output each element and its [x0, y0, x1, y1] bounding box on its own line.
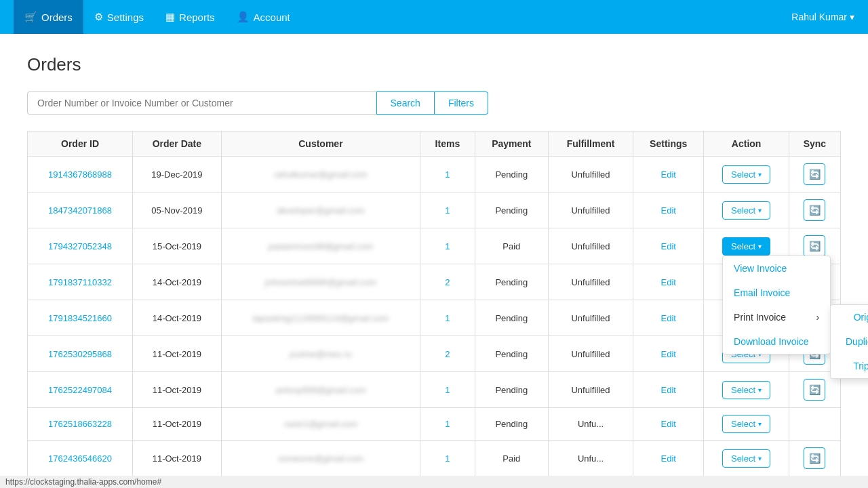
search-button[interactable]: Search	[376, 92, 435, 115]
order-date-cell: 05-Nov-2019	[133, 192, 222, 228]
order-id-link[interactable]: 1762436546620	[48, 453, 112, 464]
items-link[interactable]: 1	[445, 419, 450, 429]
customer-email: johnsinha66666@gmail.com	[265, 277, 376, 287]
nav-orders[interactable]: 🛒 Orders	[14, 0, 83, 34]
order-id-link[interactable]: 1914367868988	[48, 169, 112, 180]
search-input[interactable]	[27, 92, 376, 115]
dropdown-container: Select ▾	[722, 165, 770, 184]
order-date-cell: 11-Oct-2019	[133, 336, 222, 372]
customer-email: nasir1@gmail.com	[284, 419, 357, 429]
table-header-row: Order ID Order Date Customer Items Payme…	[28, 131, 841, 157]
items-cell: 1	[420, 408, 475, 441]
items-cell: 2	[420, 264, 475, 300]
settings-cell: Edit	[633, 300, 704, 336]
select-label: Select	[731, 205, 755, 216]
table-row: 1762436546620 11-Oct-2019 someone@gmail.…	[28, 441, 841, 476]
select-button[interactable]: Select ▾	[722, 415, 770, 433]
select-button[interactable]: Select ▾	[722, 201, 770, 220]
download-invoice-item[interactable]: Download Invoice	[723, 329, 830, 354]
order-date-cell: 11-Oct-2019	[133, 441, 222, 476]
nav-account[interactable]: 👤 Account	[226, 0, 301, 34]
table-row: 1762518663228 11-Oct-2019 nasir1@gmail.c…	[28, 408, 841, 441]
nav-reports[interactable]: ▦ Reports	[155, 0, 226, 34]
order-id-cell: 1762518663228	[28, 408, 133, 441]
select-button[interactable]: Select ▾	[722, 165, 770, 184]
items-cell: 1	[420, 441, 475, 476]
nav-settings[interactable]: ⚙ Settings	[83, 0, 155, 34]
select-label: Select	[731, 453, 755, 464]
fulfillment-cell: Unfulfilled	[549, 372, 633, 408]
order-id-link[interactable]: 1762518663228	[48, 419, 112, 429]
edit-link[interactable]: Edit	[661, 313, 676, 323]
view-invoice-item[interactable]: View Invoice	[723, 256, 830, 281]
order-id-cell: 1791834521660	[28, 300, 133, 336]
customer-cell: nasir1@gmail.com	[221, 408, 420, 441]
order-id-link[interactable]: 1762522497084	[48, 385, 112, 395]
edit-link[interactable]: Edit	[661, 277, 676, 287]
status-bar: https://clockstaging.thalia-apps.com/hom…	[0, 476, 868, 488]
settings-cell: Edit	[633, 408, 704, 441]
items-link[interactable]: 1	[445, 205, 450, 216]
duplicate-transporter[interactable]: Duplicate for Transporter	[831, 329, 868, 354]
table-row: 1791834521660 14-Oct-2019 tapasking11199…	[28, 300, 841, 336]
items-link[interactable]: 1	[445, 313, 450, 323]
edit-link[interactable]: Edit	[661, 205, 676, 216]
col-customer: Customer	[221, 131, 420, 157]
select-button[interactable]: Select ▾	[722, 381, 770, 399]
order-date-cell: 11-Oct-2019	[133, 372, 222, 408]
edit-link[interactable]: Edit	[661, 419, 676, 429]
order-id-link[interactable]: 1762530295868	[48, 349, 112, 359]
items-link[interactable]: 2	[445, 349, 450, 359]
sync-button[interactable]: 🔄	[804, 163, 825, 185]
filters-button[interactable]: Filters	[435, 92, 488, 115]
order-id-link[interactable]: 1791837110332	[48, 277, 112, 287]
items-link[interactable]: 1	[445, 453, 450, 464]
sync-button[interactable]: 🔄	[804, 447, 825, 469]
payment-cell: Paid	[475, 228, 549, 264]
orders-table: Order ID Order Date Customer Items Payme…	[27, 131, 841, 476]
customer-cell: pawanmore98@gmail.com	[221, 228, 420, 264]
items-link[interactable]: 1	[445, 241, 450, 251]
fulfillment-cell: Unfulfilled	[549, 264, 633, 300]
items-link[interactable]: 1	[445, 169, 450, 180]
action-cell: Select ▾	[704, 372, 789, 408]
customer-email: rahulkumar@gmail.com	[274, 169, 367, 180]
select-button[interactable]: Select ▾	[722, 237, 770, 256]
order-date-cell: 19-Dec-2019	[133, 157, 222, 192]
original-recipient[interactable]: Original for Recipient	[831, 305, 868, 329]
dropdown-container: Select ▾	[722, 449, 770, 468]
fulfillment-cell: Unfulfilled	[549, 228, 633, 264]
sync-button[interactable]: 🔄	[804, 199, 825, 221]
order-id-cell: 1914367868988	[28, 157, 133, 192]
edit-link[interactable]: Edit	[661, 385, 676, 395]
col-sync: Sync	[789, 131, 840, 157]
action-cell: Select ▾	[704, 408, 789, 441]
payment-cell: Pending	[475, 192, 549, 228]
nav-settings-label: Settings	[107, 12, 144, 23]
print-invoice-item[interactable]: Print Invoice › Original for Recipient D…	[723, 305, 830, 329]
order-id-cell: 1762522497084	[28, 372, 133, 408]
edit-link[interactable]: Edit	[661, 349, 676, 359]
items-link[interactable]: 1	[445, 385, 450, 395]
chevron-right-icon: ›	[816, 312, 819, 323]
order-id-link[interactable]: 1791834521660	[48, 313, 112, 323]
order-id-link[interactable]: 1794327052348	[48, 241, 112, 251]
table-row: 1762522497084 11-Oct-2019 antony999@gmai…	[28, 372, 841, 408]
col-payment: Payment	[475, 131, 549, 157]
status-bar-text: https://clockstaging.thalia-apps.com/hom…	[5, 477, 161, 487]
table-row: 1791837110332 14-Oct-2019 johnsinha66666…	[28, 264, 841, 300]
edit-link[interactable]: Edit	[661, 453, 676, 464]
chevron-down-icon: ▾	[758, 386, 762, 394]
items-link[interactable]: 2	[445, 277, 450, 287]
edit-link[interactable]: Edit	[661, 241, 676, 251]
sync-button[interactable]: 🔄	[804, 235, 825, 257]
select-button[interactable]: Select ▾	[722, 449, 770, 468]
payment-cell: Pending	[475, 300, 549, 336]
triplicate-supplier[interactable]: Triplicate for Supplier	[831, 354, 868, 378]
email-invoice-item[interactable]: Email Invoice	[723, 281, 830, 305]
nav-user[interactable]: Rahul Kumar ▾	[791, 12, 854, 22]
sync-button[interactable]: 🔄	[804, 379, 825, 401]
edit-link[interactable]: Edit	[661, 169, 676, 180]
customer-cell: johnsinha66666@gmail.com	[221, 264, 420, 300]
order-id-link[interactable]: 1847342071868	[48, 205, 112, 216]
